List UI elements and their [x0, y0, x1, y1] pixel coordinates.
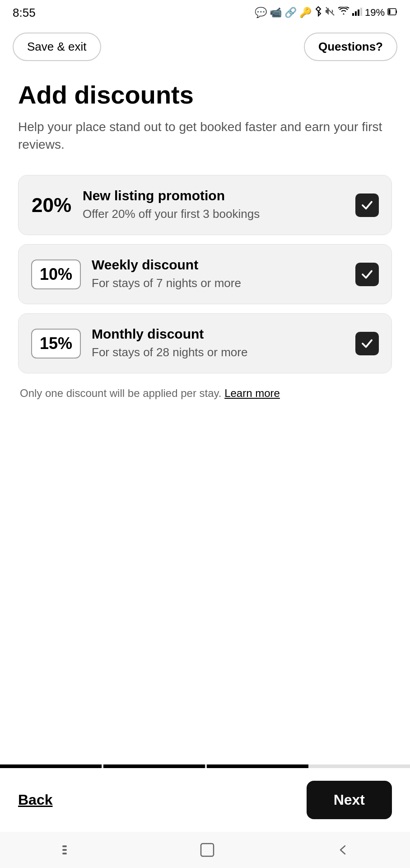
svg-rect-6 [396, 10, 397, 13]
battery-text: 19% [365, 7, 385, 19]
svg-rect-11 [201, 844, 214, 856]
svg-rect-9 [62, 849, 67, 851]
weekly-checkbox[interactable] [355, 263, 379, 286]
progress-bar [0, 764, 410, 768]
android-back-button[interactable] [336, 843, 349, 857]
weekly-card[interactable]: 10% Weekly discount For stays of 7 night… [18, 244, 392, 304]
weekly-desc: For stays of 7 nights or more [92, 275, 345, 291]
weekly-percent: 10% [31, 259, 81, 289]
new-listing-info: New listing promotion Offer 20% off your… [83, 188, 345, 222]
page-title: Add discounts [18, 81, 392, 109]
new-listing-checkbox[interactable] [355, 193, 379, 217]
signal-icon [352, 7, 362, 19]
new-listing-title: New listing promotion [83, 188, 345, 203]
svg-rect-7 [389, 9, 391, 14]
svg-rect-4 [360, 8, 362, 16]
monthly-card[interactable]: 15% Monthly discount For stays of 28 nig… [18, 313, 392, 373]
status-bar: 8:55 💬 📹 🔗 🔑 [0, 0, 410, 24]
header-nav: Save & exit Questions? [0, 24, 410, 70]
battery-icon [387, 7, 397, 19]
svg-rect-2 [355, 11, 357, 16]
svg-rect-8 [62, 845, 67, 847]
weekly-title: Weekly discount [92, 257, 345, 273]
weekly-info: Weekly discount For stays of 7 nights or… [92, 257, 345, 291]
next-button[interactable]: Next [307, 781, 392, 819]
android-nav [0, 832, 410, 868]
status-time: 8:55 [13, 6, 36, 20]
main-content: Add discounts Help your place stand out … [0, 70, 410, 582]
footnote-text: Only one discount will be applied per st… [20, 387, 221, 399]
spacer [0, 582, 410, 764]
video-icon: 📹 [270, 7, 282, 19]
bottom-nav: Back Next [0, 768, 410, 832]
questions-button[interactable]: Questions? [304, 33, 397, 61]
new-listing-desc: Offer 20% off your first 3 bookings [83, 206, 345, 222]
bluetooth-icon [314, 6, 322, 19]
monthly-checkbox[interactable] [355, 332, 379, 355]
status-icons: 💬 📹 🔗 🔑 [255, 6, 397, 19]
page-subtitle: Help your place stand out to get booked … [18, 118, 392, 153]
footnote: Only one discount will be applied per st… [18, 387, 392, 400]
android-home-button[interactable] [199, 842, 215, 858]
svg-rect-3 [358, 9, 359, 16]
monthly-title: Monthly discount [92, 326, 345, 342]
progress-segment-3 [207, 764, 308, 768]
svg-rect-10 [62, 853, 67, 854]
monthly-percent: 15% [31, 329, 81, 359]
discount-cards: 20% New listing promotion Offer 20% off … [18, 175, 392, 373]
android-menu-button[interactable] [61, 844, 79, 856]
monthly-desc: For stays of 28 nights or more [92, 344, 345, 360]
svg-rect-1 [352, 13, 354, 16]
new-listing-card[interactable]: 20% New listing promotion Offer 20% off … [18, 175, 392, 235]
monthly-info: Monthly discount For stays of 28 nights … [92, 326, 345, 360]
save-exit-button[interactable]: Save & exit [13, 33, 101, 61]
back-button[interactable]: Back [18, 787, 53, 813]
messenger-icon: 💬 [255, 7, 267, 19]
link-icon: 🔗 [284, 7, 297, 19]
mute-icon [325, 6, 335, 19]
progress-segment-4 [308, 764, 410, 768]
progress-segment-1 [0, 764, 102, 768]
wifi-icon [338, 7, 349, 19]
key-icon: 🔑 [299, 7, 312, 19]
new-listing-percent: 20% [31, 194, 72, 217]
learn-more-link[interactable]: Learn more [224, 387, 280, 399]
progress-segment-2 [103, 764, 205, 768]
